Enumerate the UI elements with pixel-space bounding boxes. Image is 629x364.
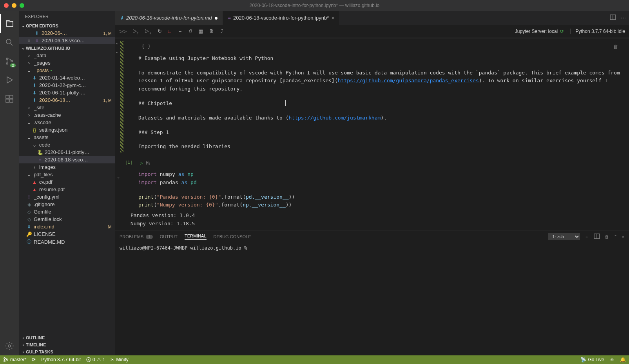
folder-item[interactable]: ›.sass-cache [19, 111, 115, 119]
kill-terminal-button[interactable]: 🗑 [605, 234, 609, 239]
kernel-status[interactable]: Python 3.7.7 64-bit: Idle [570, 29, 625, 34]
file-item[interactable]: ▲cv.pdf [19, 178, 115, 186]
delete-cell-button[interactable]: 🗑 [613, 43, 618, 51]
svg-rect-7 [10, 99, 13, 102]
sync-status[interactable]: ⟳ [32, 357, 36, 362]
window-close-button[interactable] [4, 3, 9, 8]
file-item[interactable]: ◈.gitignore [19, 201, 115, 208]
file-item[interactable]: ⬇2020-06-18…1, M [19, 96, 115, 104]
export-button[interactable]: ⤴ [221, 28, 223, 34]
problems-tab[interactable]: PROBLEMS1 [120, 234, 153, 239]
markdown-cell[interactable]: ⌃⌄ 🗑 { } # Example using Jupyter Noteboo… [115, 38, 629, 155]
file-item[interactable]: ⬇2020-01-22-gym-c… [19, 81, 115, 89]
split-editor-button[interactable] [610, 14, 616, 22]
notifications-button[interactable]: 🔔 [620, 357, 626, 362]
collapse-down-icon[interactable]: ⌄ [115, 49, 119, 54]
notebook-body[interactable]: ⌃⌄ 🗑 { } # Example using Jupyter Noteboo… [115, 38, 629, 230]
close-tab-button[interactable]: × [331, 15, 334, 21]
close-panel-button[interactable]: × [622, 234, 624, 239]
file-item[interactable]: ⬇index.mdM [19, 223, 115, 230]
interrupt-kernel-button[interactable]: □ [168, 28, 171, 34]
run-above-button[interactable]: ▷↑ [133, 28, 139, 35]
folder-item[interactable]: ⌄pdf_files [19, 171, 115, 178]
svg-point-2 [6, 63, 8, 64]
cell-type-indicator: { } [138, 42, 621, 51]
file-item[interactable]: ≡2020-06-18-vsco… [19, 156, 115, 163]
pandas-exercises-link[interactable]: https://github.com/guipsamora/pandas_exe… [338, 78, 479, 83]
add-cell-button[interactable]: ＋ [178, 28, 183, 35]
extensions-tab[interactable] [0, 89, 19, 108]
folder-item[interactable]: ›_pages [19, 59, 115, 67]
cell-mode-indicator[interactable]: M↓ [146, 160, 151, 167]
folder-item[interactable]: ›_site [19, 104, 115, 111]
feedback-button[interactable]: ☺ [610, 357, 614, 362]
execution-count: [1] [125, 160, 133, 165]
svg-rect-6 [6, 99, 9, 102]
gulp-header[interactable]: ›GULP TASKS [19, 348, 115, 355]
status-bar: master* ⟳ Python 3.7.7 64-bit ⓧ 0 ⚠ 1 ✂ … [0, 355, 629, 364]
search-tab[interactable] [0, 33, 19, 52]
new-terminal-button[interactable]: ＋ [585, 234, 589, 240]
minify-status[interactable]: ✂ Minify [111, 357, 128, 362]
file-item[interactable]: {}settings.json [19, 126, 115, 134]
jupyter-server-status[interactable]: Jupyter Server: local⟳ [510, 29, 564, 34]
more-actions-button[interactable]: ⋯ [621, 15, 626, 21]
terminal-body[interactable]: williazo@NPI-67464-JWMBP williazo.github… [115, 243, 629, 355]
bottom-panel: PROBLEMS1 OUTPUT TERMINAL DEBUG CONSOLE … [115, 230, 629, 355]
code-cell[interactable]: [1] ▷ M↓ import numpy as np import panda… [115, 155, 629, 230]
go-live-button[interactable]: 📡 Go Live [580, 357, 604, 362]
file-item[interactable]: 🐍2020-06-11-plotly… [19, 148, 115, 156]
timeline-header[interactable]: ›TIMELINE [19, 341, 115, 348]
file-item[interactable]: ▲resume.pdf [19, 186, 115, 193]
activity-bar: 2 [0, 11, 19, 355]
file-item[interactable]: 🔑LICENSE [19, 230, 115, 238]
folder-item[interactable]: ⌄assets [19, 134, 115, 141]
justmarkham-link[interactable]: https://github.com/justmarkham [289, 115, 381, 121]
editor-tab-notebook[interactable]: ≡ 2020-06-18-vscode-intro-for-python.ipy… [223, 11, 339, 25]
text-cursor [285, 100, 286, 106]
open-editor-item[interactable]: ×≡2020-06-18-vsco… [19, 37, 115, 44]
save-button[interactable]: 🗎 [209, 28, 214, 34]
split-terminal-button[interactable] [594, 233, 600, 240]
file-item[interactable]: !_config.yml [19, 193, 115, 201]
window-minimize-button[interactable] [12, 3, 16, 8]
notebook-toolbar: ▷▷ ▷↑ ▷↓ ↻ □ ＋ ⎙ ▦ 🗎 ⤴ Jupyter Server: l… [115, 25, 629, 38]
problems-status[interactable]: ⓧ 0 ⚠ 1 [86, 357, 105, 363]
folder-item[interactable]: ⌄code [19, 141, 115, 148]
file-item[interactable]: ◇Gemfile.lock [19, 216, 115, 223]
window-maximize-button[interactable] [20, 3, 24, 8]
folder-item[interactable]: ›images [19, 163, 115, 171]
folder-item[interactable]: ›_data [19, 52, 115, 59]
run-all-button[interactable]: ▷▷ [119, 28, 127, 34]
restart-kernel-button[interactable]: ↻ [158, 28, 162, 34]
svg-point-12 [4, 360, 5, 362]
file-item[interactable]: ◇Gemfile [19, 208, 115, 216]
python-interpreter-status[interactable]: Python 3.7.7 64-bit [41, 357, 81, 362]
settings-gear[interactable] [0, 337, 19, 355]
debug-console-tab[interactable]: DEBUG CONSOLE [214, 234, 251, 239]
clear-outputs-button[interactable]: ⎙ [189, 28, 192, 34]
open-editors-header[interactable]: ⌄OPEN EDITORS [19, 22, 115, 29]
outline-header[interactable]: ›OUTLINE [19, 334, 115, 341]
run-debug-tab[interactable] [0, 71, 19, 89]
source-control-tab[interactable]: 2 [0, 52, 19, 71]
run-below-button[interactable]: ▷↓ [145, 28, 151, 35]
svg-point-0 [6, 39, 11, 44]
terminal-tab[interactable]: TERMINAL [185, 234, 207, 240]
file-item[interactable]: ⬇2020-06-11-plotly-… [19, 89, 115, 96]
explorer-tab[interactable] [0, 14, 19, 33]
git-branch-status[interactable]: master* [3, 357, 26, 362]
workspace-header[interactable]: ⌄WILLIAZO.GITHUB.IO [19, 44, 115, 52]
collapse-up-icon[interactable]: ⌃ [115, 42, 119, 48]
output-tab[interactable]: OUTPUT [160, 234, 178, 239]
file-item[interactable]: ⓘREADME.MD [19, 238, 115, 246]
open-editor-item[interactable]: ⬇2020-06-…1, M [19, 29, 115, 37]
editor-tab-md[interactable]: ⬇ 2020-06-18-vscode-intro-for-pyton.md ● [115, 11, 223, 25]
file-item[interactable]: ⬇2020-01-14-welco… [19, 74, 115, 81]
maximize-panel-button[interactable]: ⌃ [614, 234, 617, 239]
variables-button[interactable]: ▦ [198, 28, 203, 34]
folder-item[interactable]: ⌄.vscode [19, 119, 115, 126]
terminal-selector[interactable]: 1: zsh [548, 233, 580, 240]
folder-item[interactable]: ⌄_posts● [19, 67, 115, 74]
run-cell-button[interactable]: ▷ [140, 159, 143, 167]
